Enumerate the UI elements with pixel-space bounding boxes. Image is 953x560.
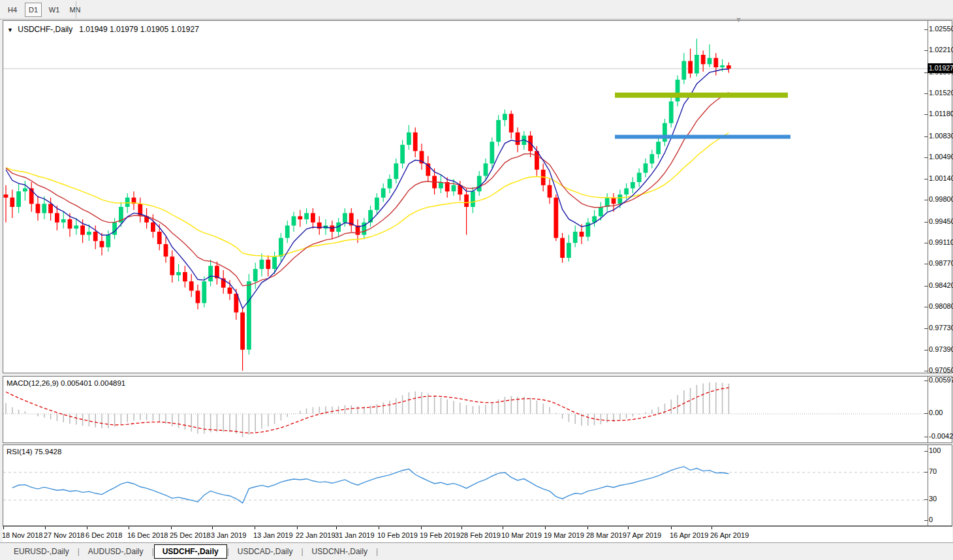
candle-body — [554, 198, 558, 238]
timeframe-tab-mn[interactable]: MN — [67, 3, 84, 17]
candle-body — [87, 232, 91, 235]
candle-body — [471, 191, 475, 207]
candle-body — [394, 163, 398, 179]
candle-body — [55, 213, 59, 223]
candle-body — [189, 281, 194, 290]
candle-body — [490, 142, 494, 163]
candle-body — [253, 269, 258, 281]
candle-body — [726, 65, 731, 69]
date-tick-label: 16 Apr 2019 — [670, 531, 708, 539]
timeframe-tab-d1[interactable]: D1 — [25, 3, 42, 17]
timeframe-toolbar: H4D1W1MN — [0, 0, 953, 20]
candle-body — [80, 226, 85, 235]
support-line[interactable] — [615, 135, 790, 139]
date-tick-mark — [379, 527, 379, 529]
candle-body — [413, 132, 418, 151]
candle-body — [695, 55, 699, 74]
candle-body — [452, 185, 456, 192]
candle-body — [202, 281, 206, 303]
candle-body — [617, 194, 622, 204]
candle-body — [68, 219, 72, 228]
chart-ohlc-values: 1.01949 1.01979 1.01905 1.01927 — [79, 25, 199, 34]
candle-body — [272, 257, 277, 269]
candle-body — [106, 235, 110, 247]
candle-body — [93, 232, 98, 241]
candle-body — [343, 213, 347, 223]
candle-body — [400, 145, 405, 164]
symbol-dropdown-icon[interactable]: ▼ — [7, 27, 13, 33]
candle-body — [196, 290, 200, 303]
date-tick-mark — [255, 527, 255, 529]
symbol-tab-eurusd[interactable]: EURUSD-,Daily — [5, 545, 78, 558]
current-price-tag: 1.01927 — [928, 63, 953, 73]
candle-body — [375, 198, 379, 210]
price-axis-border — [928, 21, 928, 373]
candle-body — [560, 238, 565, 258]
candle-body — [74, 226, 78, 229]
resistance-band[interactable] — [615, 93, 788, 98]
candle-body — [567, 243, 571, 258]
candle-body — [304, 213, 309, 220]
macd-panel: MACD(12,26,9) 0.005401 0.004891 — [3, 376, 952, 443]
timeframe-tab-h4[interactable]: H4 — [4, 3, 21, 17]
date-tick-mark — [628, 527, 629, 529]
chart-title: ▼ USDCHF-,Daily 1.01949 1.01979 1.01905 … — [7, 25, 199, 34]
date-tick-mark — [87, 527, 87, 529]
candle-body — [266, 260, 270, 269]
candle-body — [228, 288, 232, 294]
candle-body — [644, 163, 648, 172]
date-tick-mark — [129, 527, 129, 529]
date-tick-label: 25 Dec 2018 — [170, 531, 210, 539]
date-tick-mark — [297, 527, 298, 529]
date-tick-label: 10 Feb 2019 — [377, 531, 418, 539]
candle-body — [42, 204, 46, 213]
macd-label: MACD(12,26,9) 0.005401 0.004891 — [7, 379, 125, 387]
symbol-tab-audusd[interactable]: AUDUSD-,Daily — [80, 545, 152, 558]
date-tick-mark — [212, 527, 213, 529]
candle-body — [624, 189, 629, 195]
candle-body — [151, 223, 155, 232]
candle-body — [285, 226, 290, 238]
candle-body — [605, 198, 610, 207]
candle-body — [61, 219, 66, 223]
symbol-tab-usdchf[interactable]: USDCHF-,Daily — [154, 544, 227, 559]
chart-symbol: USDCHF-,Daily — [18, 25, 72, 34]
candle-body — [298, 216, 302, 219]
candle-body — [669, 101, 674, 123]
date-tick-label: 28 Mar 2019 — [586, 531, 627, 539]
candle-body — [170, 257, 174, 275]
date-tick-mark — [421, 527, 422, 529]
candle-body — [407, 132, 411, 145]
candle-body — [176, 272, 181, 275]
candle-body — [183, 272, 187, 281]
candle-body — [656, 142, 661, 154]
candle-body — [663, 123, 667, 142]
candle-body — [48, 204, 53, 213]
timeframe-tab-w1[interactable]: W1 — [46, 3, 63, 17]
candle-body — [708, 58, 712, 65]
candle-body — [548, 185, 552, 198]
date-tick-mark — [45, 527, 46, 529]
date-tick-mark — [3, 527, 4, 529]
symbol-tab-usdcnh[interactable]: USDCNH-,Daily — [304, 545, 376, 558]
date-tick-label: 27 Nov 2018 — [44, 531, 84, 539]
date-tick-mark — [545, 527, 546, 529]
candle-body — [676, 80, 680, 101]
date-axis[interactable]: 18 Nov 201827 Nov 20186 Dec 201816 Dec 2… — [3, 526, 952, 542]
ma-fast-line — [6, 69, 728, 309]
candle-body — [164, 244, 168, 257]
date-tick-label: 26 Apr 2019 — [710, 531, 749, 539]
candle-body — [10, 198, 14, 207]
candle-body — [100, 241, 104, 247]
candle-body — [260, 260, 264, 269]
candle-body — [688, 61, 693, 74]
candle-body — [279, 238, 283, 257]
candle-body — [292, 216, 296, 225]
macd-chart-svg — [3, 377, 928, 443]
candle-body — [311, 213, 315, 223]
date-tick-label: 19 Feb 2019 — [420, 531, 460, 539]
date-tick-mark — [587, 527, 588, 529]
rsi-line — [12, 467, 729, 503]
date-tick-mark — [171, 527, 172, 529]
symbol-tab-usdcad[interactable]: USDCAD-,Daily — [229, 545, 302, 558]
